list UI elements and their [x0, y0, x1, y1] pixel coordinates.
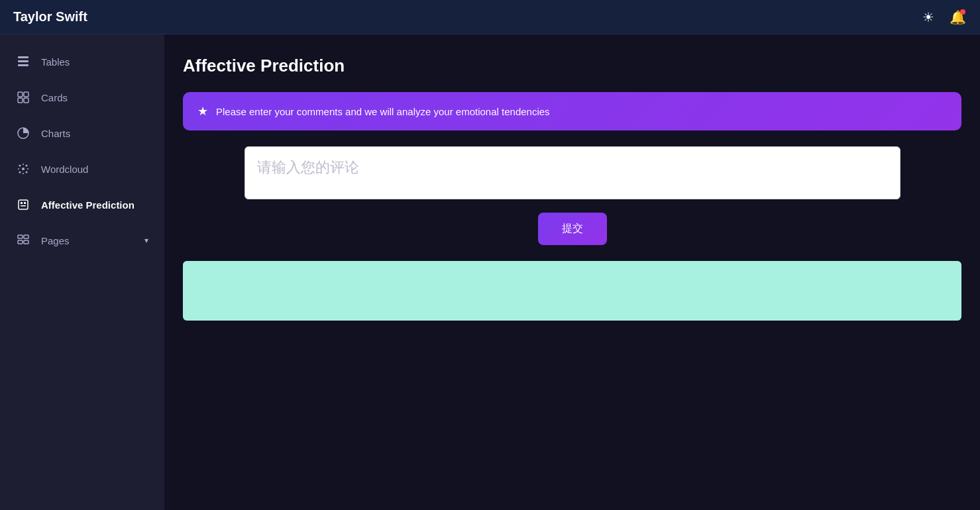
page-title: Affective Prediction: [183, 56, 961, 76]
svg-rect-0: [18, 56, 28, 58]
banner-star-icon: ★: [197, 104, 208, 119]
svg-rect-4: [24, 92, 28, 97]
svg-rect-6: [24, 98, 28, 103]
charts-icon: [16, 126, 30, 140]
layout: Tables Cards Charts: [0, 34, 980, 510]
svg-rect-19: [24, 202, 26, 204]
svg-point-9: [19, 165, 21, 167]
main-content: Affective Prediction ★ Please enter your…: [164, 34, 980, 510]
svg-point-8: [22, 168, 25, 170]
banner-text: Please enter your comments and we will a…: [216, 106, 550, 117]
sidebar: Tables Cards Charts: [0, 34, 164, 510]
notification-icon[interactable]: 🔔: [948, 8, 967, 26]
svg-rect-2: [18, 64, 28, 66]
header-icons: ☀ 🔔: [919, 8, 967, 26]
svg-rect-22: [24, 235, 28, 238]
sidebar-item-wordcloud-label: Wordcloud: [41, 164, 148, 175]
app-title: Taylor Swift: [13, 9, 87, 25]
sidebar-item-cards[interactable]: Cards: [0, 81, 164, 114]
svg-rect-20: [21, 205, 26, 207]
pages-icon: [16, 233, 30, 248]
svg-rect-3: [18, 92, 23, 97]
svg-point-15: [27, 168, 28, 170]
svg-point-16: [23, 173, 24, 174]
sidebar-item-pages[interactable]: Pages ▾: [0, 224, 164, 257]
info-banner: ★ Please enter your comments and we will…: [183, 92, 961, 130]
svg-rect-1: [18, 60, 28, 62]
theme-toggle-icon[interactable]: ☀: [919, 8, 938, 26]
svg-point-11: [19, 172, 21, 174]
sidebar-item-cards-label: Cards: [41, 92, 148, 103]
sidebar-item-pages-label: Pages: [41, 235, 134, 246]
submit-button-wrapper: 提交: [183, 213, 961, 245]
sidebar-item-charts[interactable]: Charts: [0, 117, 164, 150]
header: Taylor Swift ☀ 🔔: [0, 0, 980, 34]
pages-chevron-icon: ▾: [144, 236, 148, 245]
svg-rect-24: [24, 240, 28, 244]
sidebar-item-tables-label: Tables: [41, 56, 148, 68]
submit-button[interactable]: 提交: [538, 213, 607, 245]
sidebar-item-tables[interactable]: Tables: [0, 45, 164, 78]
svg-rect-21: [18, 235, 23, 238]
result-area: [183, 261, 961, 321]
svg-rect-5: [18, 98, 23, 103]
svg-point-13: [23, 164, 24, 165]
svg-point-14: [18, 168, 19, 170]
sidebar-item-charts-label: Charts: [41, 128, 148, 139]
wordcloud-icon: [16, 162, 30, 176]
svg-rect-17: [19, 200, 28, 209]
svg-point-12: [26, 172, 28, 174]
sidebar-item-affective-prediction-label: Affective Prediction: [41, 199, 148, 211]
svg-rect-23: [18, 240, 23, 244]
sidebar-item-affective-prediction[interactable]: Affective Prediction: [0, 188, 164, 221]
cards-icon: [16, 90, 30, 105]
comment-input[interactable]: [245, 146, 900, 199]
notification-badge: [960, 9, 965, 15]
sidebar-item-wordcloud[interactable]: Wordcloud: [0, 152, 164, 185]
svg-point-10: [26, 165, 28, 167]
svg-rect-18: [21, 202, 23, 204]
tables-icon: [16, 54, 30, 69]
affective-prediction-icon: [16, 197, 30, 212]
